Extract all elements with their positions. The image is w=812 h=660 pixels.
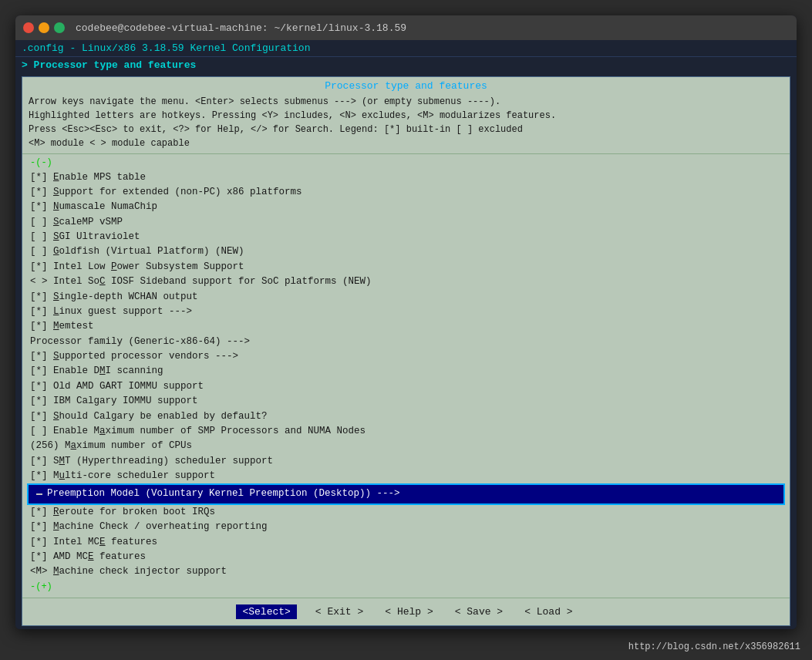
list-item[interactable]: [*] Supported processor vendors ---> bbox=[22, 349, 790, 364]
exit-button[interactable]: < Exit > bbox=[312, 604, 366, 619]
list-item[interactable]: [ ] Enable Maximum number of SMP Process… bbox=[22, 424, 790, 439]
highlighted-menu-item[interactable]: Preemption Model (Voluntary Kernel Preem… bbox=[27, 483, 785, 504]
list-item[interactable]: [ ] ScaleMP vSMP bbox=[22, 215, 790, 230]
instruction-line2: Highlighted letters are hotkeys. Pressin… bbox=[29, 109, 783, 123]
nav-top: -(-) bbox=[22, 156, 790, 170]
list-item[interactable]: [*] Old AMD GART IOMMU support bbox=[22, 379, 790, 394]
list-item[interactable]: [*] Multi-core scheduler support bbox=[22, 469, 790, 483]
selected-indicator bbox=[36, 493, 42, 495]
content-area: Processor type and features Arrow keys n… bbox=[15, 73, 797, 629]
list-item[interactable]: [*] Reroute for broken boot IRQs bbox=[22, 505, 790, 520]
list-item[interactable]: <M> Machine check injector support bbox=[22, 564, 790, 579]
list-item[interactable]: [*] Linux guest support ---> bbox=[22, 305, 790, 319]
minimize-button[interactable] bbox=[39, 22, 49, 33]
box-title: Processor type and features bbox=[22, 77, 790, 95]
list-item[interactable]: [*] Single-depth WCHAN output bbox=[22, 290, 790, 305]
list-item[interactable]: [*] Machine Check / overheating reportin… bbox=[22, 520, 790, 534]
list-item[interactable]: [*] Intel Low Power Subsystem Support bbox=[22, 260, 790, 274]
button-bar: <Select> < Exit > < Help > < Save > < Lo… bbox=[22, 598, 790, 625]
list-item[interactable]: (256) Maximum number of CPUs bbox=[22, 439, 790, 453]
list-item[interactable]: [*] Enable DMI scanning bbox=[22, 364, 790, 379]
help-button[interactable]: < Help > bbox=[382, 604, 436, 619]
load-button[interactable]: < Load > bbox=[521, 604, 575, 619]
save-button[interactable]: < Save > bbox=[452, 604, 506, 619]
select-button[interactable]: <Select> bbox=[236, 604, 296, 619]
list-item[interactable]: [*] IBM Calgary IOMMU support bbox=[22, 394, 790, 409]
list-item[interactable]: [ ] Goldfish (Virtual Platform) (NEW) bbox=[22, 244, 790, 259]
nav-bottom: -(+) bbox=[22, 580, 790, 594]
instruction-line1: Arrow keys navigate the menu. <Enter> se… bbox=[29, 95, 783, 109]
terminal-window: codebee@codebee-virtual-machine: ~/kerne… bbox=[15, 15, 797, 629]
maximize-button[interactable] bbox=[54, 22, 65, 33]
instructions: Arrow keys navigate the menu. <Enter> se… bbox=[22, 95, 790, 153]
close-button[interactable] bbox=[23, 22, 34, 33]
list-item[interactable]: < > Intel SoC IOSF Sideband support for … bbox=[22, 274, 790, 289]
terminal-body: .config - Linux/x86 3.18.59 Kernel Confi… bbox=[15, 40, 797, 629]
list-item[interactable]: [*] Enable MPS table bbox=[22, 170, 790, 185]
status-bar-path: > Processor type and features bbox=[15, 57, 797, 73]
instruction-line3: Press <Esc><Esc> to exit, <?> for Help, … bbox=[29, 123, 783, 136]
list-item[interactable]: [*] Should Calgary be enabled by default… bbox=[22, 409, 790, 424]
list-item[interactable]: [*] Intel MCE features bbox=[22, 535, 790, 550]
titlebar: codebee@codebee-virtual-machine: ~/kerne… bbox=[15, 15, 797, 40]
list-item[interactable]: [*] Support for extended (non-PC) x86 pl… bbox=[22, 185, 790, 200]
watermark: http://blog.csdn.net/x356982611 bbox=[628, 641, 800, 652]
list-item[interactable]: [*] SMT (Hyperthreading) scheduler suppo… bbox=[22, 454, 790, 469]
list-item[interactable]: [*] Numascale NumaChip bbox=[22, 200, 790, 214]
list-item[interactable]: [*] AMD MCE features bbox=[22, 550, 790, 564]
highlighted-item-label: Preemption Model (Voluntary Kernel Preem… bbox=[47, 487, 400, 501]
list-item[interactable]: [*] Memtest bbox=[22, 319, 790, 334]
menu-list: -(-) [*] Enable MPS table [*] Support fo… bbox=[22, 154, 790, 595]
traffic-lights bbox=[23, 22, 65, 33]
window-title: codebee@codebee-virtual-machine: ~/kerne… bbox=[76, 22, 406, 34]
list-item[interactable]: [ ] SGI Ultraviolet bbox=[22, 230, 790, 244]
instruction-line4: <M> module < > module capable bbox=[29, 136, 783, 150]
list-item[interactable]: Processor family (Generic-x86-64) ---> bbox=[22, 335, 790, 349]
menuconfig-box: Processor type and features Arrow keys n… bbox=[22, 76, 790, 626]
menu-scroll-area[interactable]: -(-) [*] Enable MPS table [*] Support fo… bbox=[22, 153, 790, 598]
status-bar-config: .config - Linux/x86 3.18.59 Kernel Confi… bbox=[15, 40, 797, 57]
